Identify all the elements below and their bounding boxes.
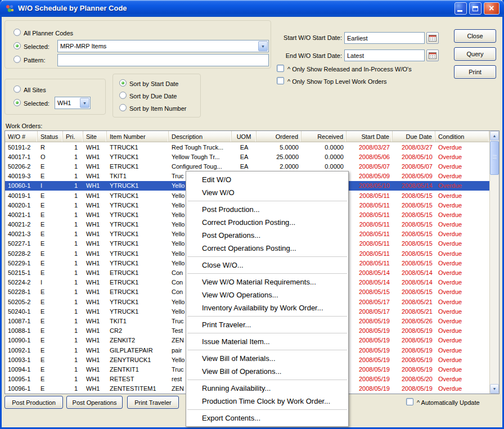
column-header[interactable]: Status: [38, 131, 63, 142]
radio-planner-pattern[interactable]: [14, 56, 21, 63]
menu-item[interactable]: Correct Operations Posting...: [186, 242, 348, 255]
post-production-button[interactable]: Post Production: [4, 396, 63, 409]
cell-status: E: [38, 287, 63, 297]
cell-pri: 1: [63, 384, 83, 394]
cell-site: WH1: [83, 152, 107, 161]
cell-status: E: [38, 161, 63, 171]
cell-item: YTRUCK1: [107, 229, 169, 239]
cell-pri: 1: [63, 336, 83, 345]
cell-site: WH1: [83, 355, 107, 364]
column-header[interactable]: Condition: [435, 131, 489, 142]
menu-item[interactable]: Export Contents...: [186, 412, 348, 425]
menu-item[interactable]: View W/O Operations...: [186, 288, 348, 301]
cell-item: YTRUCK1: [107, 210, 169, 219]
radio-sort-start-date[interactable]: [119, 79, 127, 87]
column-header[interactable]: Due Date: [393, 131, 435, 142]
context-menu: Edit W/OView W/OPost Production...Correc…: [186, 171, 349, 427]
cell-site: WH1: [83, 268, 107, 277]
column-header[interactable]: UOM: [232, 131, 256, 142]
chevron-down-icon[interactable]: ▼: [258, 41, 268, 51]
radio-all-planner-codes[interactable]: [14, 29, 21, 36]
cell-due: 2008/05/15: [393, 287, 435, 297]
menu-item[interactable]: Production Time Clock by Work Order...: [186, 395, 348, 408]
menu-item[interactable]: Print Traveler...: [186, 318, 348, 331]
column-header[interactable]: Pri.: [63, 131, 83, 142]
cell-pri: 1: [63, 258, 83, 268]
cell-item: YTRUCK1: [107, 249, 169, 258]
checkbox-auto-update[interactable]: [406, 398, 413, 405]
column-header[interactable]: Ordered: [256, 131, 302, 142]
print-traveler-button[interactable]: Print Traveler: [127, 396, 179, 409]
site-combobox[interactable]: WH1 ▼: [55, 97, 91, 109]
close-window-button[interactable]: ×: [484, 2, 500, 15]
cell-item: TKIT1: [107, 171, 169, 181]
cell-due: 2008/05/15: [393, 239, 435, 249]
cell-start: 2008/05/10: [346, 181, 393, 191]
cell-wo: 50206-2: [5, 161, 38, 171]
vertical-scrollbar[interactable]: ▲ ▼: [489, 131, 499, 394]
site-value: WH1: [57, 97, 71, 109]
pattern-input[interactable]: [57, 54, 269, 66]
column-header[interactable]: Description: [169, 131, 232, 142]
cell-cond: Overdue: [435, 326, 489, 336]
menu-item[interactable]: Running Availability...: [186, 382, 348, 395]
titlebar[interactable]: W/O Schedule by Planner Code ×: [0, 0, 504, 17]
cell-start: 2008/05/11: [346, 210, 393, 219]
column-header[interactable]: W/O #: [5, 131, 38, 142]
end-date-input[interactable]: [344, 49, 425, 61]
menu-separator: [187, 256, 347, 257]
column-header[interactable]: Item Number: [107, 131, 169, 142]
scrollbar-thumb[interactable]: [490, 141, 499, 175]
query-button[interactable]: Query: [454, 47, 496, 61]
menu-item[interactable]: Edit W/O: [186, 173, 348, 186]
menu-item[interactable]: Post Operations...: [186, 229, 348, 242]
scroll-up-button[interactable]: ▲: [490, 131, 499, 141]
planner-code-combobox[interactable]: MRP-MRP Items ▼: [57, 40, 269, 52]
cell-due: 2008/05/15: [393, 200, 435, 210]
checkbox-show-released[interactable]: [277, 65, 284, 72]
cell-pri: 1: [63, 364, 83, 374]
start-date-input[interactable]: [344, 32, 425, 44]
menu-item[interactable]: View W/O Material Requirements...: [186, 276, 348, 288]
end-date-calendar-button[interactable]: [426, 49, 439, 61]
menu-item[interactable]: View W/O: [186, 186, 348, 199]
minimize-button[interactable]: [454, 2, 467, 15]
table-row[interactable]: 50206-2E1WH1ETRUCK1Configured Toug...EA2…: [5, 161, 489, 171]
chevron-down-icon[interactable]: ▼: [80, 98, 89, 108]
cell-pri: 1: [63, 210, 83, 219]
cell-due: 2008/05/14: [393, 181, 435, 191]
table-row[interactable]: 40017-1O1WH1YTRUCK1Yellow Tough Tr...EA2…: [5, 152, 489, 161]
column-header[interactable]: Received: [302, 131, 346, 142]
maximize-button[interactable]: [469, 2, 482, 15]
menu-item[interactable]: Issue Material Item...: [186, 335, 348, 348]
print-button[interactable]: Print: [454, 65, 496, 79]
post-operations-button[interactable]: Post Operations: [66, 396, 123, 409]
close-button[interactable]: Close: [454, 29, 496, 43]
checkbox-show-top-level[interactable]: [277, 77, 284, 84]
radio-sort-item-number[interactable]: [119, 104, 127, 111]
cell-cond: Overdue: [435, 297, 489, 306]
auto-update-label: ^ Automatically Update: [417, 399, 480, 406]
menu-item[interactable]: View Bill of Operations...: [186, 365, 348, 378]
menu-item[interactable]: Correct Production Posting...: [186, 216, 348, 229]
radio-sort-due-date[interactable]: [119, 92, 127, 99]
cell-cond: Overdue: [435, 336, 489, 345]
menu-item[interactable]: Post Production...: [186, 203, 348, 216]
column-header[interactable]: Start Date: [346, 131, 393, 142]
start-date-calendar-button[interactable]: [426, 32, 439, 44]
table-row[interactable]: 50191-2R1WH1TTRUCK1Red Tough Truck...EA5…: [5, 142, 489, 152]
menu-item[interactable]: Close W/O...: [186, 259, 348, 272]
cell-site: WH1: [83, 142, 107, 152]
column-header[interactable]: Site: [83, 131, 107, 142]
cell-pri: 1: [63, 171, 83, 181]
radio-all-sites[interactable]: [14, 85, 21, 93]
menu-item[interactable]: Inventory Availability by Work Order...: [186, 301, 348, 314]
cell-desc: Configured Toug...: [169, 161, 232, 171]
scroll-down-button[interactable]: ▼: [490, 384, 499, 394]
radio-site-selected[interactable]: [14, 99, 21, 106]
cell-status: E: [38, 364, 63, 374]
radio-planner-selected[interactable]: [14, 42, 21, 49]
cell-received: 0.0000: [302, 161, 346, 171]
menu-item[interactable]: View Bill of Materials...: [186, 352, 348, 365]
cell-cond: Overdue: [435, 345, 489, 355]
